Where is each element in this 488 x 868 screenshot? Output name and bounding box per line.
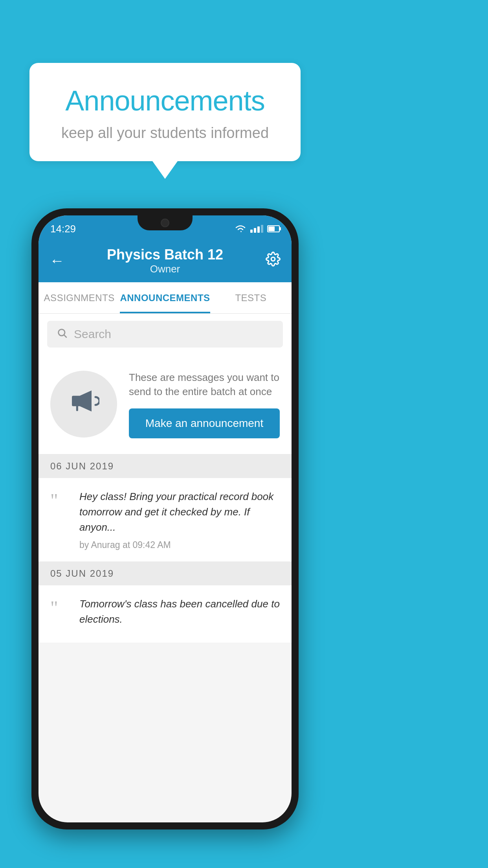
search-container: Search: [39, 314, 292, 355]
tab-tests[interactable]: TESTS: [210, 282, 292, 313]
announcement-text-1: Hey class! Bring your practical record b…: [79, 489, 280, 535]
promo-section: These are messages you want to send to t…: [39, 355, 292, 454]
promo-right: These are messages you want to send to t…: [129, 370, 280, 438]
announcement-item-1[interactable]: " Hey class! Bring your practical record…: [39, 478, 292, 562]
header-title: Physics Batch 12: [107, 246, 223, 263]
date-separator-1: 06 JUN 2019: [39, 454, 292, 478]
settings-button[interactable]: [266, 252, 281, 270]
app-header: ← Physics Batch 12 Owner: [39, 239, 292, 282]
announcement-content-2: Tomorrow's class has been cancelled due …: [79, 596, 280, 632]
gear-icon: [266, 252, 281, 267]
tabs-bar: ASSIGNMENTS ANNOUNCEMENTS TESTS: [39, 282, 292, 314]
tab-assignments[interactable]: ASSIGNMENTS: [39, 282, 120, 313]
bubble-title: Announcements: [53, 85, 277, 117]
svg-point-1: [59, 329, 65, 335]
quote-icon-1: ": [50, 491, 70, 550]
search-icon: [57, 327, 68, 341]
speech-bubble: Announcements keep all your students inf…: [29, 63, 301, 161]
date-label-1: 06 JUN 2019: [50, 461, 114, 472]
svg-line-2: [64, 335, 66, 337]
promo-icon-circle: [50, 371, 117, 438]
announcement-text-2: Tomorrow's class has been cancelled due …: [79, 596, 280, 627]
status-icons: [235, 224, 280, 233]
wifi-icon: [235, 224, 246, 233]
battery-fill: [268, 226, 275, 231]
battery-tip: [280, 227, 281, 230]
signal-icon: [250, 225, 263, 233]
header-center: Physics Batch 12 Owner: [107, 246, 223, 275]
date-label-2: 05 JUN 2019: [50, 568, 114, 579]
announcement-item-2[interactable]: " Tomorrow's class has been cancelled du…: [39, 585, 292, 643]
date-separator-2: 05 JUN 2019: [39, 562, 292, 585]
megaphone-icon: [68, 385, 99, 423]
search-placeholder: Search: [74, 327, 111, 341]
back-button[interactable]: ←: [50, 252, 64, 269]
svg-point-0: [271, 257, 275, 261]
tab-announcements[interactable]: ANNOUNCEMENTS: [120, 282, 210, 313]
battery-icon: [267, 225, 280, 232]
make-announcement-button[interactable]: Make an announcement: [129, 408, 280, 438]
phone-wrapper: 14:29: [31, 208, 299, 829]
announcement-meta-1: by Anurag at 09:42 AM: [79, 540, 280, 550]
bubble-subtitle: keep all your students informed: [53, 125, 277, 142]
header-subtitle: Owner: [107, 263, 223, 275]
status-time: 14:29: [50, 223, 76, 235]
promo-description: These are messages you want to send to t…: [129, 370, 280, 399]
search-box[interactable]: Search: [47, 321, 283, 348]
phone-screen: 14:29: [39, 215, 292, 822]
speech-bubble-wrapper: Announcements keep all your students inf…: [29, 63, 301, 179]
quote-icon-2: ": [50, 598, 70, 632]
phone-camera: [161, 219, 169, 227]
phone-outer: 14:29: [31, 208, 299, 829]
phone-notch: [138, 215, 193, 230]
speech-bubble-tail: [152, 161, 178, 179]
announcement-content-1: Hey class! Bring your practical record b…: [79, 489, 280, 550]
